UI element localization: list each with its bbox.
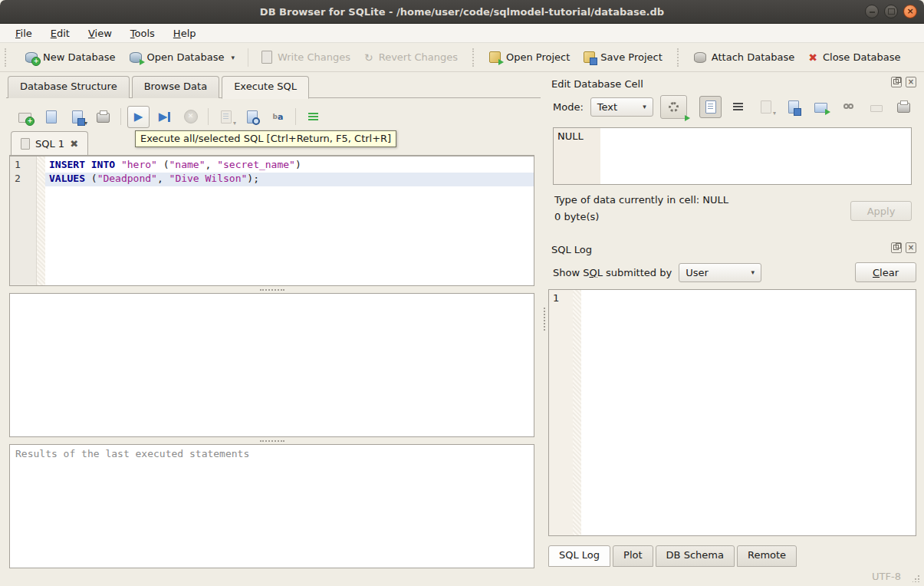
open-project-label: Open Project [506,51,570,63]
main-toolbar: New Database Open Database ▾ Write Chang… [0,43,924,72]
cell-toolbar: ▾ [699,96,916,118]
write-changes-button[interactable]: Write Changes [255,47,357,67]
tab-sql-log[interactable]: SQL Log [548,545,610,567]
dock-buttons: × [891,77,916,87]
dock-float-icon[interactable] [891,242,902,253]
splitter-horizontal[interactable] [9,437,534,444]
revert-changes-label: Revert Changes [379,51,458,63]
revert-changes-button[interactable]: ↻ Revert Changes [357,48,465,67]
line-number: 2 [10,173,36,186]
execute-all-button[interactable]: ▶ [127,106,150,128]
execute-line-icon: ▶ [159,111,168,123]
close-icon[interactable]: × [903,5,917,18]
stop-button[interactable]: ✕ [179,106,202,128]
menu-file[interactable]: File [8,26,40,41]
menu-view[interactable]: View [81,26,120,41]
print-button[interactable] [92,106,114,128]
splitter-handle [260,440,284,442]
chevron-down-icon: ▾ [773,110,776,117]
save-sql-file-button[interactable]: ▾ [66,106,88,128]
format-sql-button[interactable] [302,106,324,128]
splitter-horizontal[interactable] [9,286,534,293]
sql-tab[interactable]: SQL 1 ✖ [11,131,88,155]
save-as-button[interactable] [782,96,804,118]
open-project-button[interactable]: Open Project [482,48,577,67]
tab-browse-data[interactable]: Browse Data [132,76,220,98]
mode-select[interactable]: Text ▾ [590,97,653,117]
find-replace-button[interactable]: ba [267,106,289,128]
results-message-pane[interactable]: Results of the last executed statements [9,444,534,568]
resize-grip-icon[interactable] [912,575,919,582]
chevron-down-icon[interactable]: ▾ [231,54,235,61]
sql-plain [115,159,121,170]
sql-keyword: VALUES [49,173,85,184]
menu-tools[interactable]: Tools [123,26,163,41]
new-database-button[interactable]: New Database [18,48,123,67]
right-panel: Edit Database Cell × Mode: Text ▾ ▾ [548,72,924,566]
export-button[interactable] [810,96,832,118]
tab-db-schema[interactable]: DB Schema [656,545,735,567]
new-tab-icon [18,113,31,123]
execute-line-button[interactable]: ▶ [153,106,176,128]
text-mode-button[interactable] [699,96,722,118]
import-data-button[interactable]: ▾ [755,96,777,118]
results-grid-pane[interactable] [9,293,534,437]
doc-lines [223,114,229,120]
sql-editor[interactable]: 1 2 INSERT INTO "hero" ("name", "secret_… [9,156,534,286]
open-sql-file-icon [46,110,57,123]
set-null-icon [870,105,883,112]
tab-database-structure[interactable]: Database Structure [8,76,130,98]
dock-float-icon[interactable] [891,77,902,87]
attach-database-button[interactable]: Attach Database [687,48,801,67]
apply-button[interactable]: Apply [850,201,912,221]
submitted-by-select[interactable]: User ▾ [679,263,761,282]
sql-log-view[interactable]: 1 [548,289,916,536]
clear-button[interactable]: Clear [855,262,916,282]
save-results-button[interactable]: ▾ [215,106,237,128]
open-database-button[interactable]: Open Database ▾ [123,48,242,67]
encoding-indicator[interactable]: UTF-8 [872,571,901,582]
cell-editor[interactable]: NULL [553,127,912,185]
cell-mode-row: Mode: Text ▾ ▾ [548,93,916,120]
save-project-label: Save Project [600,51,663,63]
maximize-icon[interactable] [884,5,898,18]
edit-cell-title: Edit Database Cell [551,78,643,90]
write-changes-icon [261,51,272,64]
toolbar-drag-handle[interactable] [5,48,12,67]
dock-close-icon[interactable]: × [906,242,916,253]
tab-plot[interactable]: Plot [613,545,653,567]
tooltip: Execute all/selected SQL [Ctrl+Return, F… [135,130,396,147]
sql-log-filter-row: Show SQL submitted by User ▾ Clear [548,258,916,286]
menubar: File Edit View Tools Help [0,24,924,43]
open-sql-file-button[interactable] [40,106,62,128]
auto-apply-button[interactable] [660,95,687,119]
code-area[interactable]: INSERT INTO "hero" ("name", "secret_name… [45,156,534,285]
print-cell-button[interactable] [893,96,915,118]
new-tab-button[interactable] [14,106,36,128]
tab-close-icon[interactable]: ✖ [70,138,78,150]
tab-execute-sql[interactable]: Execute SQL [222,76,309,99]
save-project-button[interactable]: Save Project [577,48,669,67]
splitter-vertical[interactable] [541,72,548,566]
save-sql-file-icon [72,110,83,123]
filter-label: Show SQL submitted by [553,267,672,278]
find-button[interactable] [241,106,263,128]
word-wrap-button[interactable] [727,96,749,118]
close-database-button[interactable]: ✖ Close Database [801,48,907,67]
print-icon [897,103,910,113]
dock-close-icon[interactable]: × [906,77,916,87]
line-number: 1 [10,159,36,173]
chevron-down-icon: ▾ [751,268,755,276]
splitter-handle [260,289,284,291]
print-icon [97,113,110,123]
menu-help[interactable]: Help [166,26,204,41]
menu-edit[interactable]: Edit [43,26,77,41]
cell-edit-area[interactable] [600,128,911,184]
sql-keyword: INSERT INTO [49,159,115,170]
copy-link-button[interactable] [837,96,860,118]
toolbar-separator [295,108,296,125]
set-null-button[interactable] [865,96,887,118]
minimize-icon[interactable] [865,5,879,18]
tab-remote[interactable]: Remote [737,545,797,567]
sql-plain: , [157,173,169,184]
